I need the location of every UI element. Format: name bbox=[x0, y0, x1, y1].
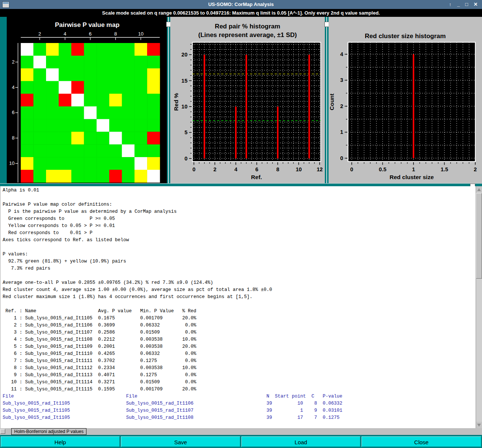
map-cell bbox=[97, 68, 109, 81]
map-cell bbox=[21, 68, 34, 81]
map-cell bbox=[122, 170, 135, 182]
map-cell bbox=[147, 43, 160, 56]
map-cell bbox=[46, 81, 59, 94]
map-cell bbox=[21, 94, 34, 107]
minimize-icon[interactable]: _ bbox=[454, 0, 463, 9]
map-cell bbox=[84, 132, 97, 144]
map-cell bbox=[46, 43, 59, 56]
map-cell bbox=[21, 170, 34, 182]
map-cell bbox=[84, 56, 97, 68]
svg-text:4: 4 bbox=[12, 85, 15, 90]
map-cell bbox=[122, 94, 135, 107]
map-cell bbox=[46, 68, 59, 81]
svg-text:5: 5 bbox=[184, 129, 187, 135]
map-cell bbox=[84, 94, 97, 107]
map-cell bbox=[33, 107, 46, 119]
holm-bonferroni-checkbox[interactable] bbox=[0, 429, 5, 434]
svg-text:2: 2 bbox=[340, 103, 343, 109]
map-cell bbox=[97, 94, 109, 107]
splitter-bar bbox=[326, 17, 327, 183]
map-cell bbox=[134, 107, 147, 119]
maximize-icon[interactable]: □ bbox=[463, 0, 471, 9]
map-cell bbox=[59, 107, 71, 119]
map-cell bbox=[33, 119, 46, 132]
svg-text:1: 1 bbox=[340, 129, 343, 135]
map-cell bbox=[97, 144, 109, 157]
svg-text:4: 4 bbox=[234, 166, 237, 172]
pvalue-map-panel: Pairwise P value map 224466881010 bbox=[7, 17, 167, 183]
map-cell bbox=[134, 68, 147, 81]
map-cell bbox=[122, 107, 135, 119]
map-cell bbox=[71, 94, 84, 107]
svg-text:4: 4 bbox=[340, 51, 343, 57]
map-cell bbox=[147, 81, 160, 94]
scroll-up-button[interactable] bbox=[476, 186, 482, 193]
svg-text:10: 10 bbox=[296, 166, 302, 172]
red-pair-histogram-panel: Red pair % histogram (Lines represent av… bbox=[170, 17, 325, 183]
map-cell bbox=[21, 144, 34, 157]
close-icon[interactable]: ✕ bbox=[472, 0, 480, 9]
svg-text:0.5: 0.5 bbox=[379, 166, 386, 172]
map-cell bbox=[134, 119, 147, 132]
svg-text:10: 10 bbox=[181, 104, 187, 110]
map-cell bbox=[97, 119, 109, 132]
map-cell bbox=[109, 94, 122, 107]
map-cell bbox=[71, 56, 84, 68]
map-cell bbox=[122, 81, 135, 94]
map-cell bbox=[33, 94, 46, 107]
analysis-summary-text: Alpha is 0.01 Pairwise P value map color… bbox=[3, 187, 475, 393]
pairwise-file-table-text: File File N Start point C P-value Sub_ly… bbox=[3, 393, 475, 421]
map-cell bbox=[21, 107, 34, 119]
vertical-splitter-1[interactable] bbox=[167, 17, 170, 183]
map-cell bbox=[134, 81, 147, 94]
holm-bonferroni-label[interactable]: Holm-Bonferroni adjusted P values bbox=[11, 428, 86, 435]
map-cell bbox=[134, 157, 147, 170]
map-cell bbox=[46, 170, 59, 182]
map-cell bbox=[33, 170, 46, 182]
map-cell bbox=[71, 43, 84, 56]
window-title: US-SOMO: CorMap Analysis bbox=[0, 0, 482, 9]
map-cell bbox=[109, 144, 122, 157]
text-scrollbar[interactable] bbox=[476, 186, 482, 428]
analysis-text-area[interactable]: Alpha is 0.01 Pairwise P value map color… bbox=[0, 186, 482, 428]
map-cell bbox=[84, 119, 97, 132]
map-cell bbox=[147, 132, 160, 144]
map-cell bbox=[71, 144, 84, 157]
shade-icon[interactable]: ↑ bbox=[446, 0, 454, 9]
pvalue-map-plot: 224466881010 bbox=[7, 17, 167, 183]
map-cell bbox=[59, 144, 71, 157]
map-cell bbox=[71, 68, 84, 81]
splitter-bar bbox=[168, 17, 169, 183]
map-cell bbox=[33, 68, 46, 81]
map-cell bbox=[109, 43, 122, 56]
svg-text:15: 15 bbox=[181, 78, 187, 84]
close-button[interactable]: Close bbox=[362, 436, 481, 447]
map-cell bbox=[46, 56, 59, 68]
map-cell bbox=[46, 144, 59, 157]
map-cell bbox=[134, 43, 147, 56]
save-button[interactable]: Save bbox=[121, 436, 240, 447]
map-cell bbox=[97, 56, 109, 68]
load-button[interactable]: Load bbox=[241, 436, 360, 447]
map-cell bbox=[84, 144, 97, 157]
svg-text:8: 8 bbox=[276, 166, 279, 172]
scrollbar-thumb[interactable] bbox=[476, 193, 482, 279]
svg-text:0: 0 bbox=[192, 166, 195, 172]
help-button[interactable]: Help bbox=[1, 436, 120, 447]
svg-text:2: 2 bbox=[39, 31, 41, 37]
cluster-size-histogram-panel: Red cluster size histogram 00.511.520123… bbox=[329, 17, 482, 183]
map-cell bbox=[97, 107, 109, 119]
map-cell bbox=[84, 157, 97, 170]
map-cell bbox=[109, 157, 122, 170]
map-cell bbox=[71, 107, 84, 119]
scroll-down-button[interactable] bbox=[476, 422, 482, 428]
x-axis-label: Red cluster size bbox=[390, 174, 434, 180]
map-cell bbox=[84, 81, 97, 94]
svg-text:1.5: 1.5 bbox=[440, 166, 448, 172]
svg-text:2: 2 bbox=[213, 166, 216, 172]
vertical-splitter-2[interactable] bbox=[325, 17, 329, 183]
map-cell bbox=[134, 132, 147, 144]
map-cell bbox=[122, 132, 135, 144]
title-bar[interactable]: US-SOMO: CorMap Analysis ↑ _ □ ✕ bbox=[0, 0, 482, 9]
map-cell bbox=[59, 43, 71, 56]
